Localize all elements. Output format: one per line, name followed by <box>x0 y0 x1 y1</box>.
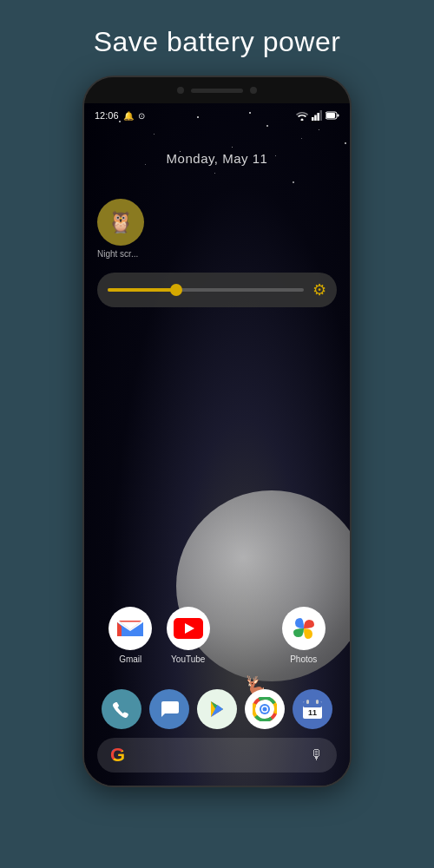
status-time: 12:06 <box>95 110 119 121</box>
svg-rect-21 <box>316 700 319 704</box>
date-text: Monday, May 11 <box>167 151 268 166</box>
youtube-app[interactable]: YouTube <box>167 607 210 664</box>
alarm-icon: 🔔 <box>123 111 134 121</box>
photos-label: Photos <box>290 654 317 664</box>
google-mic-icon[interactable]: 🎙 <box>310 747 324 763</box>
empty-slot <box>224 614 267 657</box>
svg-rect-20 <box>306 700 309 704</box>
speaker-bar <box>191 89 243 93</box>
svg-rect-19 <box>303 701 322 707</box>
camera-dot <box>177 87 184 94</box>
owl-icon: 🦉 <box>97 199 144 246</box>
record-icon: ⊙ <box>138 111 145 121</box>
signal-icon <box>312 110 322 121</box>
brightness-slider[interactable]: ⚙ <box>97 273 337 307</box>
svg-rect-3 <box>320 110 323 121</box>
youtube-icon <box>167 607 210 650</box>
slider-track <box>108 288 304 292</box>
phone-screen: 12:06 🔔 ⊙ <box>84 103 350 786</box>
photos-app[interactable]: Photos <box>282 607 326 664</box>
photos-icon <box>282 607 326 650</box>
svg-rect-2 <box>317 113 319 121</box>
date-widget: Monday, May 11 <box>84 151 350 166</box>
wifi-icon <box>296 110 308 121</box>
battery-icon <box>326 111 339 120</box>
svg-rect-1 <box>314 115 317 122</box>
dock-row: 11 <box>84 689 350 729</box>
page-title: Save battery power <box>94 26 341 58</box>
svg-rect-5 <box>338 115 339 117</box>
gmail-app[interactable]: Gmail <box>108 607 152 664</box>
night-label: Night scr... <box>97 249 138 259</box>
status-left: 12:06 🔔 ⊙ <box>95 110 145 121</box>
svg-point-17 <box>263 707 267 712</box>
app-icons-row: Gmail YouTube <box>84 607 350 664</box>
phone-top-bar <box>84 77 350 103</box>
google-g-icon: G <box>110 744 125 766</box>
play-store-app[interactable] <box>197 689 237 729</box>
owl-emoji: 🦉 <box>108 210 134 234</box>
gmail-label: Gmail <box>119 654 141 664</box>
slider-thumb[interactable] <box>170 284 182 296</box>
messages-app[interactable] <box>149 689 189 729</box>
svg-rect-0 <box>312 117 314 121</box>
search-bar[interactable]: G 🎙 <box>97 738 337 773</box>
gmail-icon <box>108 607 152 650</box>
svg-text:11: 11 <box>308 708 317 717</box>
svg-rect-6 <box>326 113 335 118</box>
gear-button[interactable]: ⚙ <box>312 280 326 299</box>
camera-dot-2 <box>250 87 257 94</box>
calendar-app[interactable]: 11 <box>293 689 332 729</box>
slider-fill <box>108 288 176 292</box>
status-bar: 12:06 🔔 ⊙ <box>84 103 350 128</box>
chrome-app[interactable] <box>245 689 285 729</box>
night-screen-widget[interactable]: 🦉 Night scr... <box>97 199 144 259</box>
youtube-label: YouTube <box>171 654 205 664</box>
status-right <box>296 110 339 121</box>
phone-shell: 12:06 🔔 ⊙ <box>82 76 352 787</box>
phone-app[interactable] <box>102 689 141 729</box>
